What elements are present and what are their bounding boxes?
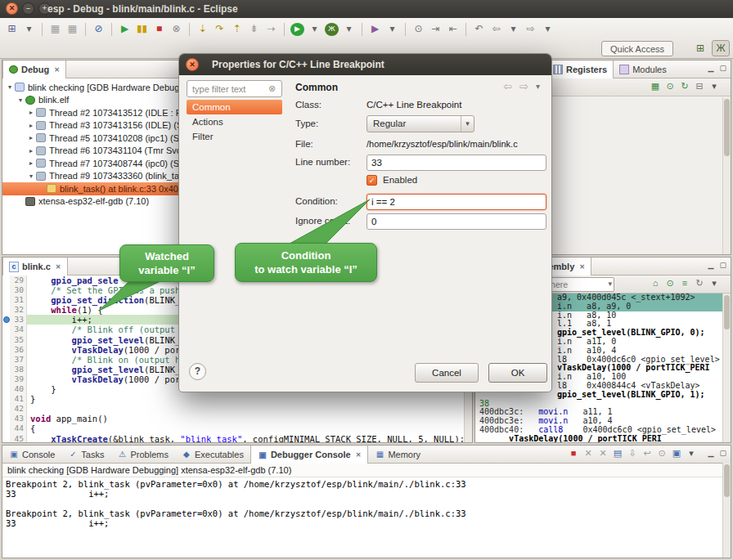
sync-pc-icon[interactable]: ⊙ — [663, 277, 677, 290]
clear-filter-icon[interactable]: ⊗ — [268, 83, 276, 94]
breakpoint-gutter[interactable] — [2, 414, 10, 423]
forward-dropdown-icon[interactable]: ▾ — [541, 22, 555, 37]
tab-modules[interactable]: Modules — [614, 60, 672, 78]
remove-launch-icon[interactable]: ✕ — [582, 447, 595, 460]
close-icon[interactable]: ✕ — [579, 263, 585, 271]
new-wizard-icon[interactable]: ⊞ — [5, 22, 19, 37]
close-icon[interactable]: ✕ — [54, 66, 60, 74]
layout-icon[interactable]: ▦ — [649, 80, 662, 93]
show-type-icon[interactable]: ⊙ — [663, 80, 677, 93]
debug-perspective-icon[interactable]: Ж — [712, 40, 730, 56]
breakpoint-gutter[interactable] — [2, 285, 10, 295]
debug-icon[interactable]: Ж — [325, 23, 339, 36]
terminate-icon[interactable]: ■ — [152, 22, 166, 37]
new-dropdown-icon[interactable]: ▾ — [22, 22, 36, 37]
back-dropdown-icon[interactable]: ▾ — [506, 22, 520, 37]
step-over-icon[interactable]: ↷ — [213, 22, 227, 37]
condition-input[interactable] — [366, 194, 546, 210]
tree-collapse-icon[interactable]: ▾ — [26, 172, 36, 180]
breakpoint-gutter[interactable] — [2, 404, 10, 414]
tree-expand-icon[interactable]: ▸ — [26, 159, 36, 167]
terminate-icon[interactable]: ■ — [567, 447, 580, 460]
tree-expand-icon[interactable]: ▸ — [26, 109, 36, 116]
debug-dropdown-icon[interactable]: ▾ — [342, 22, 356, 37]
tab-memory[interactable]: ▦Memory — [368, 446, 427, 463]
tab-registers[interactable]: Registers — [546, 60, 614, 78]
dialog-close-button[interactable]: ✕ — [186, 58, 199, 71]
step-return-icon[interactable]: ⇡ — [230, 22, 244, 37]
show-source-icon[interactable]: ≡ — [678, 277, 691, 290]
breakpoint-gutter[interactable] — [2, 305, 10, 315]
enabled-checkbox[interactable]: ✓ — [366, 175, 377, 186]
external-tools-dropdown-icon[interactable]: ▾ — [385, 22, 399, 37]
collapse-all-icon[interactable]: ⊟ — [693, 80, 706, 93]
word-wrap-icon[interactable]: ↩ — [641, 447, 654, 460]
editor-line[interactable]: 42 — [2, 404, 464, 414]
resume-icon[interactable]: ▶ — [118, 22, 132, 37]
clear-console-icon[interactable]: ▤ — [611, 447, 624, 460]
console-menu-icon[interactable]: ▾ — [685, 447, 698, 460]
breakpoint-gutter[interactable] — [2, 394, 10, 404]
refresh-icon[interactable]: ↻ — [693, 277, 706, 290]
maximize-view-icon[interactable]: ▢ — [719, 449, 726, 457]
tab-blink-c[interactable]: c blink.c ✕ — [2, 258, 68, 276]
instruction-stepping-icon[interactable]: ⇢ — [264, 22, 278, 37]
tree-collapse-icon[interactable]: ▾ — [16, 96, 25, 104]
tree-expand-icon[interactable]: ▸ — [26, 147, 36, 155]
breakpoint-gutter[interactable] — [2, 434, 10, 443]
breakpoint-gutter[interactable] — [2, 374, 10, 384]
drop-to-frame-icon[interactable]: ⇟ — [247, 22, 261, 37]
breakpoint-gutter[interactable] — [2, 295, 10, 305]
breakpoint-gutter[interactable] — [2, 365, 10, 374]
ok-button[interactable]: OK — [488, 363, 547, 383]
minimize-view-icon[interactable]: ▁ — [708, 64, 714, 72]
next-annotation-icon[interactable]: ⇥ — [429, 22, 443, 37]
run-dropdown-icon[interactable]: ▾ — [308, 22, 322, 37]
window-minimize-button[interactable]: – — [22, 2, 34, 15]
tab-debug[interactable]: Debug ✕ — [2, 60, 66, 78]
run-icon[interactable]: ▶ — [290, 23, 304, 36]
back-icon[interactable]: ⇦ — [489, 22, 503, 37]
save-all-icon[interactable]: ▦ — [65, 22, 79, 37]
skip-all-breakpoints-icon[interactable]: ⊘ — [92, 22, 106, 37]
forward-icon[interactable]: ⇨ — [524, 22, 537, 37]
view-menu-icon[interactable]: ▾ — [536, 82, 540, 91]
forward-icon[interactable]: ⇨ — [519, 80, 528, 92]
tab-tasks[interactable]: ✓Tasks — [61, 446, 110, 463]
minimize-view-icon[interactable]: ▁ — [708, 261, 714, 269]
last-edit-location-icon[interactable]: ↶ — [472, 22, 486, 37]
close-icon[interactable]: ✕ — [356, 451, 362, 459]
disconnect-icon[interactable]: ⊗ — [169, 22, 183, 37]
tab-console[interactable]: ▣Console — [2, 446, 61, 463]
dialog-nav-actions[interactable]: Actions — [187, 114, 282, 129]
breakpoint-gutter[interactable] — [2, 384, 10, 394]
remove-all-launches-icon[interactable]: ✕ — [596, 447, 609, 460]
quick-access-button[interactable]: Quick Access — [601, 41, 673, 56]
disassembly-line[interactable]: vTaskDelay(1000 / portTICK_PERI — [475, 435, 722, 442]
view-menu-icon[interactable]: ▾ — [708, 80, 721, 93]
dialog-nav-common[interactable]: Common — [187, 100, 282, 114]
breakpoint-gutter[interactable] — [2, 276, 10, 285]
breakpoint-gutter[interactable] — [2, 355, 10, 365]
scroll-lock-icon[interactable]: ⇩ — [626, 447, 639, 460]
editor-line[interactable]: 44{ — [2, 423, 464, 433]
external-tools-icon[interactable]: ▶ — [368, 22, 382, 37]
home-icon[interactable]: ⌂ — [649, 277, 662, 290]
search-icon[interactable]: ⊙ — [411, 22, 425, 37]
registers-scrollbar[interactable] — [722, 97, 731, 254]
breakpoint-gutter[interactable] — [2, 335, 10, 345]
tree-expand-icon[interactable]: ▸ — [26, 134, 36, 141]
window-close-button[interactable]: ✕ — [6, 2, 18, 15]
step-into-icon[interactable]: ⇣ — [196, 22, 209, 37]
editor-line[interactable]: 45 xTaskCreate(&blink_task, "blink_task"… — [2, 434, 464, 443]
tree-expand-icon[interactable]: ▸ — [26, 122, 36, 129]
tab-problems[interactable]: ⚠Problems — [110, 446, 174, 463]
refresh-icon[interactable]: ↻ — [678, 80, 691, 93]
view-menu-icon[interactable]: ▾ — [708, 277, 721, 290]
dialog-nav-filter[interactable]: Filter — [187, 129, 282, 144]
previous-annotation-icon[interactable]: ⇤ — [446, 22, 460, 37]
pin-console-icon[interactable]: ⊙ — [655, 447, 668, 460]
type-dropdown[interactable]: Regular ▾ — [366, 115, 474, 132]
save-icon[interactable]: ▦ — [48, 22, 62, 37]
ignore-count-input[interactable] — [366, 213, 546, 230]
